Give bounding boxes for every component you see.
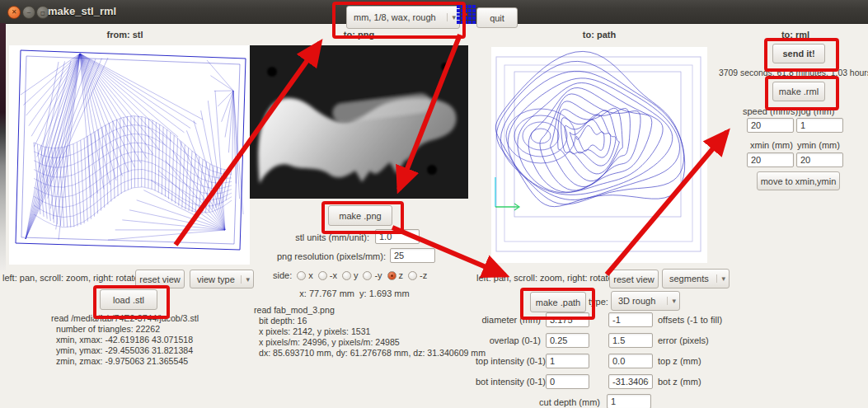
type-label: type: — [589, 297, 608, 307]
radio-selected-icon[interactable] — [387, 271, 396, 280]
param-row-diameter: diameter (mm) offsets (-1 to fill) — [476, 312, 748, 329]
param-row-top-intensity: top intensity (0-1) top z (mm) — [476, 354, 748, 370]
speed-label: speed (mm/s) — [743, 106, 798, 116]
stl-panel-title: from: stl — [0, 30, 250, 40]
speed-input[interactable] — [747, 118, 794, 133]
radio-icon[interactable] — [297, 271, 306, 280]
path-3d-viewport[interactable] — [491, 47, 707, 263]
stl-wireframe-render — [9, 45, 250, 265]
path-panel-title: to: path — [491, 30, 707, 40]
move-to-xmin-ymin-button[interactable]: move to xmin,ymin — [757, 171, 840, 190]
window-minimize-icon[interactable] — [22, 6, 35, 19]
ymin-label: ymin (mm) — [797, 140, 840, 150]
window-title: make_stl_rml — [48, 5, 116, 17]
side-radio-neg-y[interactable]: -y — [363, 270, 382, 280]
make-png-button[interactable]: make .png — [328, 205, 392, 226]
png-panel-title: to: png — [250, 30, 468, 40]
side-radio-neg-x[interactable]: -x — [318, 270, 337, 280]
side-label: side: — [273, 270, 292, 280]
side-radio-y[interactable]: y — [342, 270, 359, 280]
jog-label: jog (mm) — [799, 106, 834, 116]
window-close-icon[interactable] — [7, 6, 21, 19]
radio-icon[interactable] — [342, 271, 351, 280]
desktop-background-sliver — [0, 23, 6, 270]
make-rml-button[interactable]: make .rml — [772, 82, 825, 101]
path-type-dropdown[interactable]: 3D rough — [611, 291, 680, 311]
param-row-overlap: overlap (0-1) error (pixels) — [476, 333, 748, 349]
png-resolution-label: png resolution (pixels/mm): — [231, 251, 386, 261]
png-file-info: read fab_mod_3.png bit depth: 16 x pixel… — [254, 305, 486, 359]
radio-icon[interactable] — [408, 271, 417, 280]
fab-modules-logo-icon — [457, 5, 476, 24]
cursor-position-readout: x: 77.767 mm y: 1.693 mm — [272, 288, 437, 298]
path-viewport-hint: left: pan, scroll: zoom, right: rotate — [476, 273, 613, 283]
side-radio-x[interactable]: x — [297, 270, 313, 280]
rml-panel-title: to: rml — [725, 30, 866, 40]
stl-3d-viewport[interactable] — [9, 45, 250, 265]
top-intensity-input[interactable] — [546, 354, 589, 368]
toolpath-render — [491, 47, 707, 263]
bot-z-input[interactable] — [608, 374, 653, 389]
top-z-input[interactable] — [608, 354, 653, 368]
png-resolution-input[interactable] — [390, 248, 435, 263]
side-radio-z[interactable]: z — [387, 270, 404, 280]
cut-depth-label: cut depth (mm) — [511, 397, 600, 407]
load-stl-button[interactable]: load .stl — [100, 289, 157, 310]
bot-intensity-input[interactable] — [546, 374, 589, 389]
ymin-input[interactable] — [796, 152, 843, 167]
preset-dropdown[interactable]: mm, 1/8, wax, rough — [346, 6, 460, 29]
path-reset-view-button[interactable]: reset view — [609, 270, 659, 288]
stl-units-label: stl units (mm/unit): — [247, 232, 369, 242]
side-radio-neg-z[interactable]: -z — [408, 270, 427, 280]
send-it-button[interactable]: send it! — [772, 44, 825, 63]
cut-depth-input[interactable] — [607, 394, 651, 408]
time-estimate: 3709 seconds, 61.8 minutes, 1.03 hours — [719, 68, 868, 77]
diameter-input[interactable] — [546, 312, 589, 327]
app-window: make_stl_rml mm, 1/8, wax, rough quit fr… — [0, 0, 868, 408]
png-heightmap-render — [250, 45, 468, 199]
radio-icon[interactable] — [318, 271, 327, 280]
make-path-button[interactable]: make .path — [530, 292, 586, 312]
error-input[interactable] — [608, 333, 653, 348]
jog-input[interactable] — [796, 118, 843, 133]
radio-icon[interactable] — [363, 271, 372, 280]
offsets-input[interactable] — [608, 312, 653, 327]
segments-dropdown[interactable]: segments — [662, 269, 730, 288]
overlap-input[interactable] — [546, 333, 589, 348]
png-heightmap-viewport[interactable] — [250, 45, 468, 199]
quit-button[interactable]: quit — [476, 7, 518, 28]
stl-viewport-hint: left: pan, scroll: zoom, right: rotate — [2, 273, 139, 283]
stl-reset-view-button[interactable]: reset view — [135, 270, 185, 288]
xmin-label: xmin (mm) — [750, 140, 793, 150]
stl-file-info: read /media/fab/74E2-3744/jacob/3.stl nu… — [51, 313, 199, 367]
preset-dropdown-value: mm, 1/8, wax, rough — [354, 12, 436, 22]
view-type-dropdown[interactable]: view type — [190, 270, 254, 288]
side-radio-group: side: x -x y -y z -z — [273, 270, 427, 280]
stl-units-input[interactable] — [375, 229, 420, 244]
param-row-bot-intensity: bot intensity (0-1) bot z (mm) — [476, 374, 748, 391]
xmin-input[interactable] — [747, 152, 794, 167]
